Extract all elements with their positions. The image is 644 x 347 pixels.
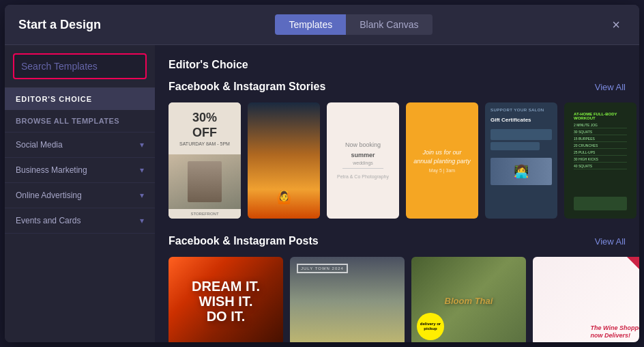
sidebar-item-editors-choice[interactable]: EDITOR'S CHOICE (5, 88, 155, 110)
post-card-dream[interactable]: DREAM IT.WISH IT.DO IT. (169, 257, 283, 342)
post-card-wine-shoppe[interactable]: The Wine Shoppenow Delivers! (533, 257, 639, 342)
tab-templates[interactable]: Templates (275, 14, 346, 35)
editors-choice-title: Editor's Choice (169, 59, 248, 71)
story-card-sale[interactable]: 30% OFF SATURDAY 8AM - 5PM STOREFRONT (169, 102, 241, 219)
search-input[interactable] (14, 55, 147, 77)
main-content: Editor's Choice Facebook & Instagram Sto… (155, 45, 639, 342)
sidebar-item-business-marketing[interactable]: Business Marketing ▾ (5, 158, 155, 183)
start-a-design-modal: Start a Design Templates Blank Canvas × … (5, 5, 639, 342)
chevron-down-icon: ▾ (140, 140, 144, 150)
close-button[interactable]: × (606, 15, 626, 34)
sidebar-item-online-advertising[interactable]: Online Advertising ▾ (5, 183, 155, 208)
tab-blank-canvas[interactable]: Blank Canvas (346, 14, 432, 35)
modal-body: 🔍 EDITOR'S CHOICE BROWSE ALL TEMPLATES S… (5, 45, 639, 342)
posts-view-all[interactable]: View All (595, 236, 626, 247)
sidebar-item-events-and-cards[interactable]: Events and Cards ▾ (5, 208, 155, 234)
chevron-down-icon: ▾ (140, 216, 144, 225)
search-box: 🔍 (5, 45, 155, 88)
story-card-workout[interactable]: AT-HOME FULL-BODY WORKOUT 2 MINUTE JOG 3… (564, 102, 636, 219)
sidebar: 🔍 EDITOR'S CHOICE BROWSE ALL TEMPLATES S… (5, 45, 155, 342)
stories-section-header: Facebook & Instagram Stories View All (169, 81, 626, 93)
stories-section-title: Facebook & Instagram Stories (169, 81, 325, 93)
chevron-down-icon: ▾ (140, 191, 144, 200)
post-card-bloom-thai[interactable]: Bloom Thai delivery or pickup (411, 257, 526, 342)
post-card-travel[interactable]: JULY TOWN 2024 (290, 257, 405, 342)
story-card-booking[interactable]: Now booking summer weddings Petra & Co P… (327, 102, 399, 219)
tab-group: Templates Blank Canvas (275, 14, 432, 35)
search-input-wrapper: 🔍 (13, 53, 147, 79)
stories-view-all[interactable]: View All (595, 82, 626, 92)
story-card-gift-certificates[interactable]: SUPPORT YOUR SALON Gift Certificates 👩‍💻 (485, 102, 557, 219)
editors-choice-header: Editor's Choice (169, 59, 626, 71)
modal-title: Start a Design (18, 18, 101, 32)
modal-header: Start a Design Templates Blank Canvas × (5, 5, 639, 45)
sidebar-item-browse-all[interactable]: BROWSE ALL TEMPLATES (5, 110, 155, 133)
posts-section-header: Facebook & Instagram Posts View All (169, 235, 626, 247)
story-card-planting-party[interactable]: Join us for our annual planting party Ma… (406, 102, 478, 219)
chevron-down-icon: ▾ (140, 165, 144, 175)
story-card-landscape[interactable]: 🙆 (248, 102, 320, 219)
sidebar-item-social-media[interactable]: Social Media ▾ (5, 133, 155, 158)
posts-cards-row: DREAM IT.WISH IT.DO IT. JULY TOWN 2024 B… (169, 257, 626, 342)
sidebar-nav: EDITOR'S CHOICE BROWSE ALL TEMPLATES Soc… (5, 88, 155, 342)
posts-section-title: Facebook & Instagram Posts (169, 235, 319, 247)
stories-cards-row: 30% OFF SATURDAY 8AM - 5PM STOREFRONT 🙆 … (169, 102, 626, 219)
